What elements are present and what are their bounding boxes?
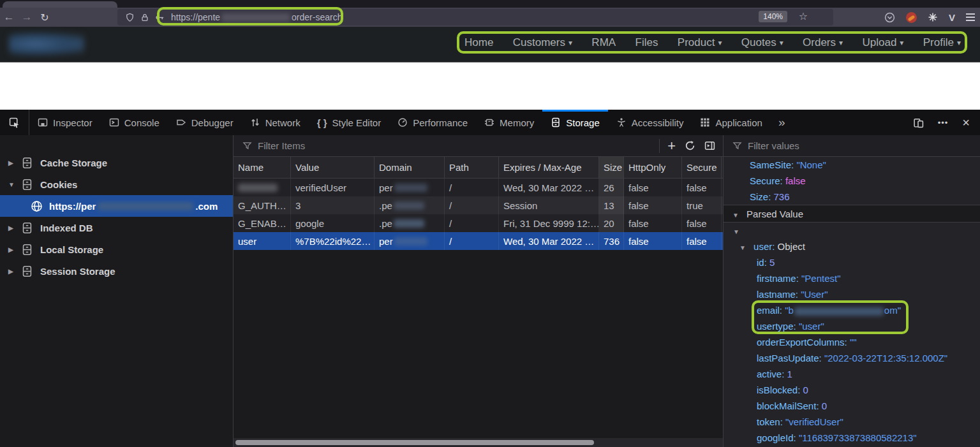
nav-item-customers[interactable]: Customers▾ (513, 36, 572, 49)
column-header-domain[interactable]: Domain (375, 157, 445, 178)
filter-values-input[interactable] (748, 140, 980, 151)
cookie-table-panel: + Name Value Domain Path Expires / Max-A… (234, 135, 723, 447)
site-logo-blurred (9, 32, 84, 56)
redacted-name-blur (238, 184, 278, 192)
sidebar-item-indexed-db[interactable]: ▶ Indexed DB (0, 217, 233, 238)
tab-network[interactable]: Network (242, 110, 309, 135)
tree-prop-googleid: googleId: "116839733873880582213" (724, 430, 980, 446)
tab-application[interactable]: Application (692, 110, 770, 135)
redacted-domain-blur (394, 219, 424, 228)
cookie-row[interactable]: G_AUTH… 3 .pe / Session 13 false true (234, 196, 723, 214)
tri-collapsed-icon[interactable]: ▶ (8, 268, 21, 275)
nav-item-product[interactable]: Product▾ (678, 36, 722, 49)
sidebar-item-cache-storage[interactable]: ▶ Cache Storage (0, 152, 233, 173)
braces-icon: { } (317, 117, 327, 128)
menu-icon[interactable] (966, 13, 975, 21)
sidebar-item-cookie-host-selected[interactable]: https://per .com (0, 195, 233, 217)
extension-flower-icon[interactable] (928, 12, 938, 22)
tree-prop-orderexportcolumns: orderExportColumns: "" (724, 334, 980, 350)
horizontal-scrollbar-track[interactable] (234, 438, 723, 447)
table-toolbar: + (659, 139, 723, 153)
tree-prop-usertype: usertype: "user" (724, 318, 980, 334)
cookie-row[interactable]: verifiedUser per / Wed, 30 Mar 2022 … 26… (234, 179, 723, 196)
tab-memory[interactable]: Memory (476, 110, 542, 135)
tab-performance[interactable]: Performance (389, 110, 476, 135)
tab-inspector[interactable]: Inspector (29, 110, 101, 135)
cookie-row[interactable]: G_ENAB… google .pe / Fri, 31 Dec 9999 12… (234, 214, 723, 232)
filter-values-row (724, 135, 980, 157)
toolbar-extensions: V (884, 8, 975, 27)
caret-down-icon: ▾ (780, 38, 783, 47)
column-header-value[interactable]: Value (291, 157, 375, 178)
nav-item-rma[interactable]: RMA (591, 36, 616, 49)
tab-style-editor[interactable]: { } Style Editor (309, 110, 390, 135)
parsed-root-expander[interactable]: ▼ (724, 223, 980, 238)
parsed-value-section-header[interactable]: ▼ Parsed Value (724, 205, 980, 223)
tab-storage[interactable]: Storage (542, 110, 608, 135)
reload-button[interactable]: ↻ (36, 11, 54, 24)
url-suffix: order-search (292, 12, 342, 22)
sidebar-item-cookies[interactable]: ▼ Cookies (0, 173, 233, 195)
zoom-level-badge[interactable]: 140% (759, 11, 787, 22)
nav-item-files[interactable]: Files (635, 36, 658, 49)
redacted-email-blur (794, 307, 884, 316)
tree-prop-lastname: lastname: "User" (724, 286, 980, 302)
add-item-icon[interactable]: + (667, 140, 676, 152)
back-button[interactable]: ← (0, 11, 18, 24)
tri-collapsed-icon[interactable]: ▶ (8, 159, 21, 166)
screenshot-root: ← → ↻ https://pente order-search 140% (0, 0, 980, 447)
sidebar-item-session-storage[interactable]: ▶ Session Storage (0, 260, 233, 282)
lock-icon[interactable] (140, 13, 149, 22)
bookmark-star-icon[interactable]: ☆ (799, 10, 808, 22)
column-header-path[interactable]: Path (445, 157, 499, 178)
column-header-secure[interactable]: Secure (682, 157, 722, 178)
nav-item-home[interactable]: Home (464, 36, 493, 49)
storage-type-icon (21, 265, 33, 277)
devtools-panel: Inspector Console Debugger Network { } S… (0, 110, 980, 447)
tab-debugger[interactable]: Debugger (168, 110, 242, 135)
tree-node-user-object[interactable]: ▼ user: Object (724, 238, 980, 254)
vimium-icon[interactable]: V (949, 12, 955, 23)
permissions-icon[interactable] (155, 13, 165, 22)
tree-prop-id: id: 5 (724, 254, 980, 270)
column-header-size[interactable]: Size (599, 157, 624, 178)
filter-items-input[interactable] (258, 140, 659, 151)
nav-item-quotes[interactable]: Quotes▾ (741, 36, 783, 49)
pocket-icon[interactable] (884, 12, 895, 23)
extension-red-icon[interactable] (906, 12, 917, 23)
redacted-domain-blur (394, 237, 427, 245)
column-header-expires[interactable]: Expires / Max-Age (499, 157, 599, 178)
prop-secure: Secure: false (724, 173, 980, 189)
storage-type-icon (21, 157, 33, 169)
sidebar-item-local-storage[interactable]: ▶ Local Storage (0, 238, 233, 260)
column-header-httponly[interactable]: HttpOnly (624, 157, 682, 178)
shield-icon[interactable] (125, 13, 135, 22)
toggle-sidebar-icon[interactable] (704, 140, 715, 151)
tab-console[interactable]: Console (101, 110, 168, 135)
devtools-tabbar: Inspector Console Debugger Network { } S… (0, 110, 980, 135)
forward-button[interactable]: → (18, 11, 36, 24)
browser-tab[interactable] (3, 1, 117, 8)
tri-collapsed-icon[interactable]: ▶ (8, 224, 21, 231)
refresh-icon[interactable] (685, 140, 695, 151)
horizontal-scrollbar-thumb[interactable] (235, 440, 594, 445)
devtools-menu-icon[interactable]: ••• (938, 118, 949, 128)
storage-type-icon (21, 222, 33, 234)
url-text[interactable]: https://pente order-search (171, 12, 342, 22)
tab-accessibility[interactable]: Accessibility (608, 110, 692, 135)
responsive-design-icon[interactable] (913, 117, 924, 128)
tri-expanded-icon: ▼ (732, 212, 739, 219)
tab-overflow-chevrons-icon[interactable]: » (771, 110, 793, 135)
prop-samesite: SameSite: "None" (724, 157, 980, 173)
url-bar[interactable]: https://pente order-search 140% ☆ (117, 9, 833, 26)
tri-expanded-icon[interactable]: ▼ (8, 181, 21, 188)
nav-item-profile[interactable]: Profile▾ (923, 36, 961, 49)
nav-item-upload[interactable]: Upload▾ (862, 36, 903, 49)
cookie-row-selected[interactable]: user %7B%22id%22… per / Wed, 30 Mar 2022… (234, 232, 723, 250)
tri-collapsed-icon[interactable]: ▶ (8, 246, 21, 253)
nav-item-orders[interactable]: Orders▾ (803, 36, 843, 49)
column-header-name[interactable]: Name (234, 157, 291, 178)
redacted-domain-blur (394, 202, 424, 210)
devtools-close-icon[interactable]: × (962, 115, 970, 130)
pick-element-icon[interactable] (0, 110, 29, 135)
